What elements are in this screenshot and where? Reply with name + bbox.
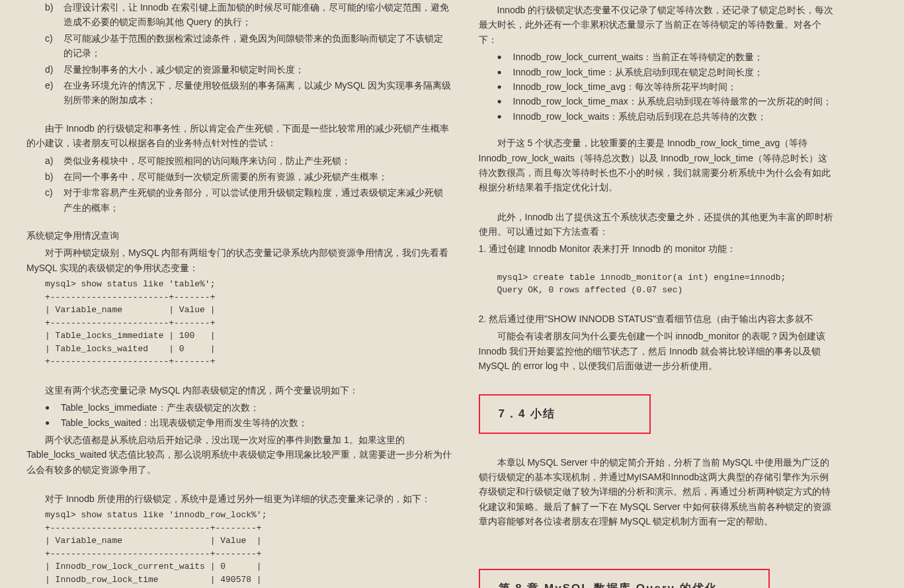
sys-lock-intro: 对于两种锁定级别，MySQL 内部有两组专门的状态变量记录系统内部锁资源争用情况… [26, 245, 452, 275]
step-1: 1. 通过创建 Innodb Monitor 表来打开 Innodb 的 mon… [479, 241, 836, 256]
list-text: 类似业务模块中，尽可能按照相同的访问顺序来访问，防止产生死锁； [63, 153, 452, 168]
list-item: e) 在业务环境允许的情况下，尽量使用较低级别的事务隔离，以减少 MySQL 因… [45, 78, 452, 108]
list-item: c) 尽可能减少基于范围的数据检索过滤条件，避免因为间隙锁带来的负面影响而锁定了… [45, 31, 452, 61]
list-item: ● Innodb_row_lock_time_max：从系统启动到现在等待最常的… [497, 94, 836, 108]
list-text: Innodb_row_lock_time_max：从系统启动到现在等待最常的一次… [513, 94, 832, 108]
list-text: 合理设计索引，让 Innodb 在索引键上面加锁的时候尽可能准确，尽可能的缩小锁… [63, 0, 452, 30]
five-vars-para: 对于这 5 个状态变量，比较重要的主要是 Innodb_row_lock_tim… [479, 136, 836, 195]
list-text: 在同一个事务中，尽可能做到一次锁定所需要的所有资源，减少死锁产生概率； [63, 169, 452, 184]
summary-para: 本章以 MySQL Server 中的锁定简介开始，分析了当前 MySQL 中使… [479, 455, 836, 529]
table-status-block: mysql> show status like 'table%'; +-----… [45, 278, 452, 368]
list-marker: d) [45, 62, 63, 77]
section-8-box: 第 8 章 MySQL 数据库 Query 的优化 [479, 569, 770, 588]
section-7-4-title: 7．4 小结 [499, 407, 556, 420]
list-item: a) 类似业务模块中，尽可能按照相同的访问顺序来访问，防止产生死锁； [45, 153, 452, 168]
bullet-icon: ● [497, 50, 513, 64]
sys-lock-header: 系统锁定争用情况查询 [26, 228, 452, 243]
section-7-4-box: 7．4 小结 [479, 394, 651, 433]
list-item: d) 尽量控制事务的大小，减少锁定的资源量和锁定时间长度； [45, 62, 452, 77]
list-marker: b) [45, 169, 63, 184]
list-marker: e) [45, 78, 63, 108]
more-intro: 此外，Innodb 出了提供这五个系统状态变量之外，还提供的其他更为丰富的即时析… [479, 210, 836, 239]
list-text: 在业务环境允许的情况下，尽量使用较低级别的事务隔离，以减少 MySQL 因为实现… [63, 78, 452, 108]
list-text: 对于非常容易产生死锁的业务部分，可以尝试使用升级锁定颗粒度，通过表级锁定来减少死… [63, 185, 452, 215]
section-8-title: 第 8 章 MySQL 数据库 Query 的优化 [499, 582, 718, 588]
innodb-intro: 对于 Innodb 所使用的行级锁定，系统中是通过另外一组更为详细的状态变量来记… [26, 491, 452, 506]
list-text: Table_locks_waited：出现表级锁定争用而发生等待的次数； [61, 415, 308, 430]
top-paragraph: Innodb 的行级锁定状态变量不仅记录了锁定等待次数，还记录了锁定总时长，每次… [479, 3, 836, 47]
list-item: ● Innodb_row_lock_waits：系统启动后到现在总共等待的次数； [497, 109, 836, 124]
list-text: 尽可能减少基于范围的数据检索过滤条件，避免因为间隙锁带来的负面影响而锁定了不该锁… [63, 31, 452, 61]
list-item: ● Table_locks_immediate：产生表级锁定的次数； [45, 400, 452, 415]
deadlock-intro: 由于 Innodb 的行级锁定和事务性，所以肯定会产生死锁，下面是一些比较常用的… [26, 121, 452, 151]
list-text: 尽量控制事务的大小，减少锁定的资源量和锁定时间长度； [63, 62, 452, 77]
deadlock-list: a) 类似业务模块中，尽可能按照相同的访问顺序来访问，防止产生死锁； b) 在同… [45, 153, 452, 216]
list-text: Innodb_row_lock_time_avg：每次等待所花平均时间； [513, 79, 737, 94]
list-text: Table_locks_immediate：产生表级锁定的次数； [61, 400, 259, 415]
list-marker: b) [45, 0, 63, 30]
list-item: c) 对于非常容易产生死锁的业务部分，可以尝试使用升级锁定颗粒度，通过表级锁定来… [45, 185, 452, 215]
bullet-icon: ● [45, 400, 61, 415]
bullet-icon: ● [497, 109, 513, 124]
page-left: b) 合理设计索引，让 Innodb 在索引键上面加锁的时候尽可能准确，尽可能的… [0, 0, 466, 588]
bullet-icon: ● [45, 415, 61, 430]
list-text: Innodb_row_lock_waits：系统启动后到现在总共等待的次数； [513, 109, 767, 124]
two-vars-after: 两个状态值都是从系统启动后开始记录，没出现一次对应的事件则数量加 1。如果这里的… [26, 433, 452, 477]
list-marker: a) [45, 153, 63, 168]
list-text: Innodb_row_lock_time：从系统启动到现在锁定总时间长度； [513, 65, 763, 79]
page-right: Innodb 的行级锁定状态变量不仅记录了锁定等待次数，还记录了锁定总时长，每次… [466, 0, 905, 588]
ordered-list-b: b) 合理设计索引，让 Innodb 在索引键上面加锁的时候尽可能准确，尽可能的… [45, 0, 452, 108]
list-item: ● Table_locks_waited：出现表级锁定争用而发生等待的次数； [45, 415, 452, 430]
list-item: b) 合理设计索引，让 Innodb 在索引键上面加锁的时候尽可能准确，尽可能的… [45, 0, 452, 30]
list-item: ● Innodb_row_lock_time：从系统启动到现在锁定总时间长度； [497, 65, 836, 79]
bullet-icon: ● [497, 79, 513, 94]
list-item: ● Innodb_row_lock_time_avg：每次等待所花平均时间； [497, 79, 836, 94]
list-item: b) 在同一个事务中，尽可能做到一次锁定所需要的所有资源，减少死锁产生概率； [45, 169, 452, 184]
create-sql-block: mysql> create table innodb_monitor(a int… [497, 271, 836, 297]
list-text: Innodb_row_lock_current_waits：当前正在等待锁定的数… [513, 50, 764, 64]
two-vars-intro: 这里有两个状态变量记录 MySQL 内部表级锁定的情况，两个变量说明如下： [26, 383, 452, 398]
bullet-icon: ● [497, 94, 513, 108]
innodb-status-block: mysql> show status like 'innodb_row_lock… [45, 509, 452, 588]
list-marker: c) [45, 31, 63, 61]
bullet-icon: ● [497, 65, 513, 79]
status-bullet-list: ● Innodb_row_lock_current_waits：当前正在等待锁定… [497, 50, 836, 124]
monitor-why: 可能会有读者朋友问为什么要先创建一个叫 innodb_monitor 的表呢？因… [479, 329, 836, 373]
list-marker: c) [45, 185, 63, 215]
list-item: ● Innodb_row_lock_current_waits：当前正在等待锁定… [497, 50, 836, 64]
step-2: 2. 然后通过使用"SHOW INNODB STATUS"查看细节信息（由于输出… [479, 312, 836, 326]
